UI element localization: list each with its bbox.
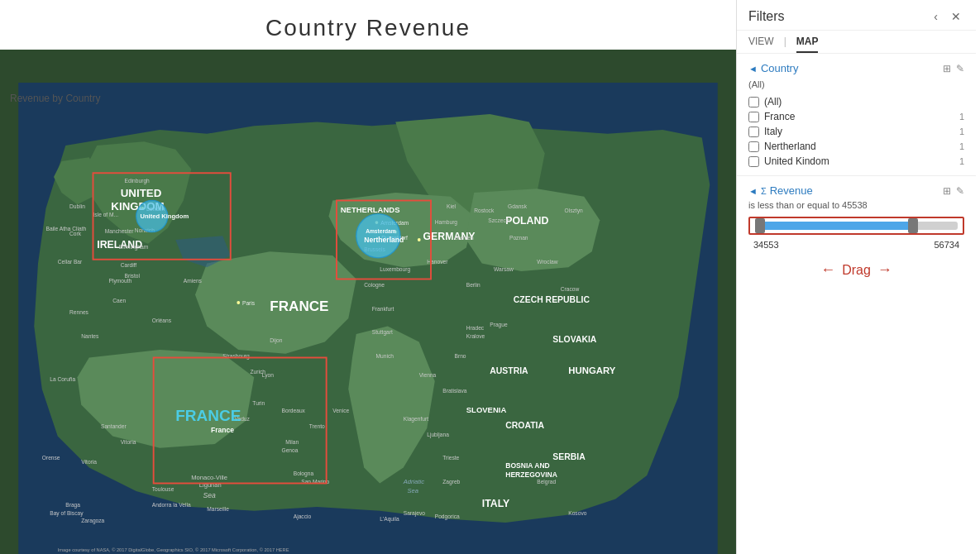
svg-text:Lyon: Lyon <box>262 372 274 379</box>
slider-thumb-right[interactable] <box>908 218 918 233</box>
revenue-filter-label: Revenue <box>770 184 813 197</box>
revenue-filter-section: ◄ Σ Revenue ⊞ ✎ is less than or equal to… <box>737 176 976 285</box>
svg-text:CROATIA: CROATIA <box>505 421 544 430</box>
drag-hint: ← Drag → <box>748 261 964 279</box>
revenue-filter-header: ◄ Σ Revenue ⊞ ✎ <box>748 184 964 197</box>
svg-text:Brno: Brno <box>455 353 466 359</box>
svg-text:Stuttgart: Stuttgart <box>372 329 393 336</box>
svg-text:Sarajevo: Sarajevo <box>404 510 426 517</box>
svg-text:Vienna: Vienna <box>419 372 437 378</box>
svg-text:SERBIA: SERBIA <box>552 452 586 461</box>
collapse-filters-icon[interactable]: ‹ <box>930 8 941 25</box>
svg-text:Dublin: Dublin <box>69 203 85 209</box>
revenue-filter-edit-icon[interactable]: ✎ <box>956 185 964 197</box>
svg-text:Kiel: Kiel <box>447 203 457 209</box>
slider-min-value: 34553 <box>753 240 779 250</box>
filter-count-uk: 1 <box>959 156 964 166</box>
svg-text:France: France <box>211 426 234 434</box>
filters-header: Filters ‹ ✕ <box>737 0 976 31</box>
svg-text:Orléans: Orléans <box>152 318 172 323</box>
svg-text:Cork: Cork <box>69 231 82 236</box>
svg-text:Olsztyn: Olsztyn <box>565 208 583 214</box>
filters-header-icons: ‹ ✕ <box>930 8 964 25</box>
svg-text:Orense: Orense <box>42 455 60 461</box>
filter-label-nertherland: Nertherland <box>764 141 816 152</box>
country-filter-section: ◄ Country ⊞ ✎ (All) (All) France 1 Italy… <box>737 54 976 176</box>
svg-text:Amsterdam: Amsterdam <box>366 228 396 234</box>
svg-text:Milan: Milan <box>285 439 299 445</box>
filter-checkbox-italy[interactable] <box>748 127 759 137</box>
svg-text:Klagenfurt: Klagenfurt <box>404 416 428 423</box>
svg-text:Amiens: Amiens <box>184 278 203 284</box>
svg-text:Berlin: Berlin <box>466 282 480 288</box>
svg-text:Edinburgh: Edinburgh <box>125 178 151 184</box>
svg-text:Zaragoza: Zaragoza <box>81 518 104 524</box>
svg-text:Bratislava: Bratislava <box>442 388 466 394</box>
filter-checkbox-nertherland[interactable] <box>748 141 759 152</box>
country-filter-subtitle: (All) <box>748 79 964 89</box>
svg-text:CZECH REPUBLIC: CZECH REPUBLIC <box>514 295 590 304</box>
svg-text:Podgorica: Podgorica <box>435 513 460 520</box>
svg-text:Cardiff: Cardiff <box>121 262 137 268</box>
svg-text:UNITED: UNITED <box>121 187 162 199</box>
page-title: Country Revenue <box>0 0 736 48</box>
map-svg: London Paris Amsterdam Dusseldorf UNITED… <box>0 83 736 554</box>
filters-panel: Filters ‹ ✕ VIEW | MAP ◄ Country ⊞ ✎ (Al… <box>736 0 976 554</box>
country-filter-export-icon[interactable]: ⊞ <box>943 63 951 74</box>
svg-text:Wroclaw: Wroclaw <box>537 259 558 265</box>
slider-thumb-left[interactable] <box>755 218 765 233</box>
close-filters-icon[interactable]: ✕ <box>948 8 964 25</box>
filter-item-all: (All) <box>748 94 964 109</box>
svg-text:Zagreb: Zagreb <box>442 479 460 485</box>
tab-map[interactable]: MAP <box>796 36 819 53</box>
svg-text:Rostock: Rostock <box>474 208 495 213</box>
filter-label-all: (All) <box>764 96 782 107</box>
filter-item-uk: United Kindom 1 <box>748 154 964 169</box>
filters-title: Filters <box>748 9 785 24</box>
tab-divider: | <box>784 36 786 53</box>
svg-text:FRANCE: FRANCE <box>175 407 241 424</box>
svg-text:Image courtesy of NASA, © 2017: Image courtesy of NASA, © 2017 DigitalGl… <box>58 547 289 552</box>
svg-text:Ljubljana: Ljubljana <box>427 432 449 438</box>
filter-checkbox-france[interactable] <box>748 112 759 122</box>
sigma-icon: Σ <box>761 186 767 196</box>
svg-text:Cellar Bar: Cellar Bar <box>58 259 83 265</box>
revenue-filter-title: ◄ Σ Revenue <box>748 184 813 197</box>
filter-item-italy: Italy 1 <box>748 124 964 139</box>
svg-text:Bologna: Bologna <box>294 470 314 477</box>
svg-point-3 <box>237 301 240 304</box>
svg-text:SLOVAKIA: SLOVAKIA <box>552 335 597 344</box>
slider-track[interactable] <box>755 222 958 230</box>
country-filter-header: ◄ Country ⊞ ✎ <box>748 62 964 74</box>
svg-text:Toulouse: Toulouse <box>152 486 174 492</box>
svg-text:Prague: Prague <box>490 322 508 328</box>
filter-checkbox-uk[interactable] <box>748 156 759 167</box>
svg-text:NETHERLANDS: NETHERLANDS <box>341 205 400 214</box>
revenue-filter-export-icon[interactable]: ⊞ <box>943 185 951 197</box>
svg-text:Plymouth: Plymouth <box>109 278 132 284</box>
svg-text:Hamburg: Hamburg <box>435 219 458 226</box>
svg-text:United Kingdom: United Kingdom <box>141 213 189 220</box>
svg-text:ITALY: ITALY <box>482 498 510 509</box>
svg-text:Sea: Sea <box>408 487 419 494</box>
country-filter-edit-icon[interactable]: ✎ <box>956 63 964 74</box>
svg-text:POLAND: POLAND <box>505 215 548 227</box>
filter-checkbox-all[interactable] <box>748 97 759 107</box>
svg-text:Rennes: Rennes <box>69 309 89 315</box>
svg-text:L'Aquila: L'Aquila <box>380 516 399 523</box>
country-filter-arrow[interactable]: ◄ <box>748 64 758 74</box>
svg-point-9 <box>418 238 421 241</box>
tab-view[interactable]: VIEW <box>748 36 774 53</box>
filter-item-france: France 1 <box>748 109 964 124</box>
svg-text:Bremen: Bremen <box>455 235 475 241</box>
svg-text:Trento: Trento <box>309 423 325 429</box>
svg-text:Vitoria: Vitoria <box>81 459 97 465</box>
svg-text:HUNGARY: HUNGARY <box>568 365 616 375</box>
svg-text:Bordeaux: Bordeaux <box>282 408 306 413</box>
title-area: Country Revenue <box>0 0 736 50</box>
svg-text:La Coruña: La Coruña <box>50 376 75 382</box>
svg-text:Gdansk: Gdansk <box>508 203 528 209</box>
svg-text:Adriatic: Adriatic <box>403 478 425 485</box>
svg-text:BOSNIA AND: BOSNIA AND <box>505 461 550 470</box>
revenue-filter-arrow[interactable]: ◄ <box>748 186 758 196</box>
